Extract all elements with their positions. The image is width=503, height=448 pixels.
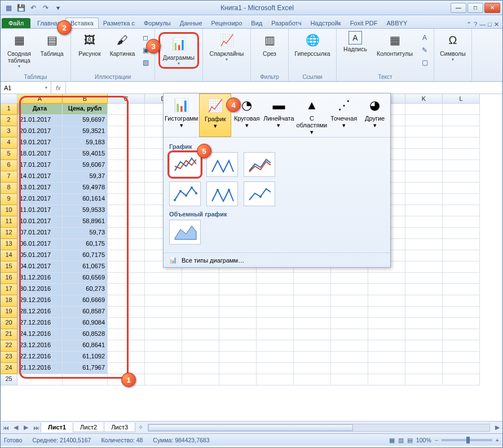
cell[interactable] — [108, 104, 145, 115]
cell[interactable] — [368, 340, 405, 352]
cell[interactable] — [443, 104, 480, 115]
cell[interactable] — [405, 126, 443, 137]
cell[interactable] — [405, 171, 443, 183]
cell[interactable]: 11.01.2017 — [17, 205, 63, 216]
cell[interactable] — [257, 374, 294, 385]
cell[interactable] — [182, 284, 219, 295]
cell[interactable] — [405, 104, 443, 115]
cell[interactable] — [108, 205, 145, 216]
view-break-icon[interactable]: ▤ — [407, 437, 413, 443]
cell[interactable] — [182, 374, 219, 385]
cell[interactable] — [443, 295, 480, 307]
cell[interactable] — [219, 295, 257, 307]
cell[interactable] — [368, 295, 405, 307]
cell[interactable] — [331, 340, 368, 352]
cell[interactable] — [257, 318, 294, 329]
cell[interactable] — [443, 194, 480, 205]
cell[interactable]: Дата — [17, 104, 63, 115]
cell[interactable] — [368, 318, 405, 329]
cell[interactable] — [108, 239, 145, 250]
horizontal-scrollbar[interactable] — [148, 424, 490, 432]
cell[interactable]: 60,8587 — [63, 307, 108, 318]
row-header[interactable]: 20 — [1, 318, 17, 329]
cell[interactable] — [443, 352, 480, 363]
cell[interactable]: 59,3521 — [63, 126, 108, 137]
cell[interactable] — [405, 183, 443, 194]
cell[interactable] — [368, 363, 405, 374]
cell[interactable] — [182, 307, 219, 318]
cell[interactable] — [145, 284, 182, 295]
cell[interactable] — [405, 352, 443, 363]
cell[interactable]: 23.12.2016 — [17, 340, 63, 352]
cell[interactable]: 28.12.2016 — [17, 307, 63, 318]
tab-review[interactable]: Рецензиро — [207, 18, 247, 28]
cell[interactable] — [443, 284, 480, 295]
cell[interactable]: 18.01.2017 — [17, 149, 63, 160]
zoom-in-icon[interactable]: + — [496, 437, 499, 443]
cell[interactable] — [368, 352, 405, 363]
cell[interactable]: 60,273 — [63, 284, 108, 295]
cell[interactable] — [405, 205, 443, 216]
select-all-corner[interactable] — [1, 94, 17, 104]
cell[interactable]: 60,175 — [63, 239, 108, 250]
cell[interactable] — [108, 115, 145, 126]
cell[interactable] — [443, 137, 480, 149]
cell[interactable]: 10.01.2017 — [17, 216, 63, 228]
cell[interactable]: 14.01.2017 — [17, 171, 63, 183]
cell[interactable]: 20.01.2017 — [17, 126, 63, 137]
cell[interactable] — [108, 160, 145, 171]
cell[interactable] — [331, 363, 368, 374]
row-header[interactable]: 17 — [1, 284, 17, 295]
tab-data[interactable]: Данные — [175, 18, 207, 28]
tab-addins[interactable]: Надстройк — [306, 18, 345, 28]
cell[interactable] — [405, 295, 443, 307]
cell[interactable] — [368, 329, 405, 340]
cell[interactable] — [331, 295, 368, 307]
cell[interactable] — [219, 374, 257, 385]
cell[interactable] — [108, 126, 145, 137]
cell[interactable] — [108, 261, 145, 273]
cell[interactable] — [331, 374, 368, 385]
line-chart-option-1[interactable] — [169, 152, 201, 177]
cell[interactable] — [17, 374, 63, 385]
row-header[interactable]: 15 — [1, 261, 17, 273]
cell[interactable] — [257, 307, 294, 318]
cell[interactable] — [145, 374, 182, 385]
charts-button[interactable]: 📊 Диаграммы▾ — [158, 32, 199, 69]
row-header[interactable]: 13 — [1, 239, 17, 250]
cell[interactable] — [331, 352, 368, 363]
cell[interactable] — [108, 171, 145, 183]
all-chart-types-button[interactable]: 📊 Все типы диаграмм… — [164, 252, 390, 267]
sheet-nav-last[interactable]: ⏭ — [31, 424, 41, 431]
cell[interactable] — [294, 273, 331, 284]
cell[interactable] — [294, 284, 331, 295]
cell[interactable] — [108, 340, 145, 352]
cell[interactable]: 61,1092 — [63, 352, 108, 363]
cell[interactable]: 05.01.2017 — [17, 250, 63, 261]
cell[interactable] — [294, 307, 331, 318]
row-header[interactable]: 14 — [1, 250, 17, 261]
cell[interactable] — [405, 160, 443, 171]
line3d-chart-option[interactable] — [169, 220, 201, 245]
row-header[interactable]: 11 — [1, 216, 17, 228]
cell[interactable] — [443, 340, 480, 352]
cell[interactable]: 21.12.2016 — [17, 363, 63, 374]
cell[interactable] — [182, 273, 219, 284]
tab-page-layout[interactable]: Разметка с — [99, 18, 139, 28]
row-header[interactable]: 5 — [1, 149, 17, 160]
row-header[interactable]: 16 — [1, 273, 17, 284]
cell[interactable] — [405, 228, 443, 239]
sheet-nav-first[interactable]: ⏮ — [1, 424, 11, 431]
cell[interactable] — [219, 284, 257, 295]
chart-cat-line[interactable]: 📈График▾ — [199, 94, 231, 137]
cell[interactable]: 21.01.2017 — [17, 115, 63, 126]
column-header[interactable]: K — [405, 94, 443, 104]
object-icon[interactable]: ▢ — [419, 57, 430, 68]
chart-cat-bar[interactable]: ▬Линейчата▾ — [262, 94, 295, 137]
qat-dropdown-icon[interactable]: ▾ — [52, 2, 64, 14]
excel-icon[interactable]: ▦ — [3, 2, 14, 14]
save-icon[interactable]: 💾 — [15, 2, 27, 14]
header-footer-button[interactable]: ▦ Колонтитулы — [373, 30, 417, 57]
hscroll-right[interactable]: ▶ — [492, 424, 502, 431]
cell[interactable] — [182, 329, 219, 340]
